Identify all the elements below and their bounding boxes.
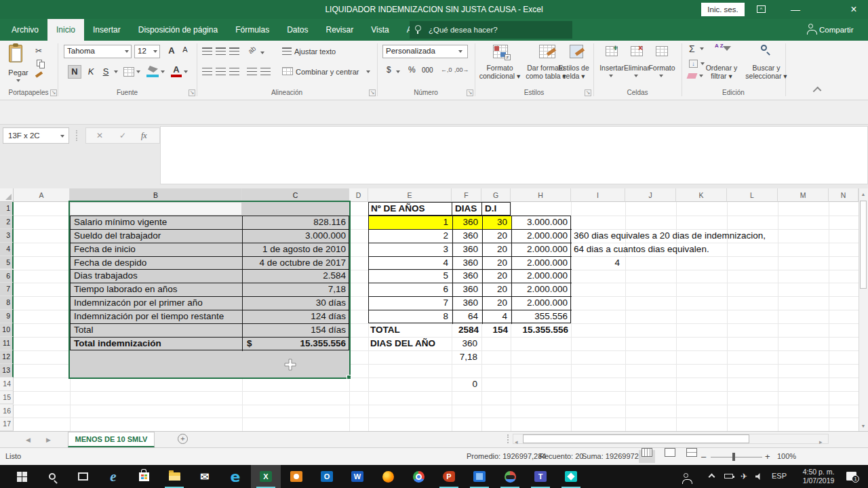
excel-icon: X bbox=[260, 471, 272, 482]
file-explorer-icon bbox=[169, 472, 180, 481]
screen-recorder-icon bbox=[505, 471, 516, 483]
taskbar-teams-button[interactable]: T bbox=[526, 465, 555, 488]
taskbar-mail-button[interactable]: ✉ bbox=[190, 465, 220, 488]
airplane-mode-icon[interactable]: ✈ bbox=[741, 472, 747, 481]
clock-date: 1/07/2019 bbox=[795, 476, 842, 485]
internet-explorer-icon: e bbox=[110, 468, 116, 485]
word-icon: W bbox=[351, 471, 363, 482]
taskbar-media-app-button[interactable] bbox=[281, 465, 311, 488]
taskbar-firefox-button[interactable] bbox=[373, 465, 403, 488]
taskbar-excel-button[interactable]: X bbox=[251, 465, 281, 488]
taskbar-edge-button[interactable]: e bbox=[220, 465, 250, 488]
clock[interactable]: 4:50 p. m. 1/07/2019 bbox=[795, 468, 842, 485]
notification-center-icon[interactable]: 1 bbox=[846, 472, 856, 481]
edge-icon: e bbox=[231, 468, 241, 485]
taskbar-task-view-button[interactable] bbox=[68, 465, 98, 488]
firefox-icon bbox=[382, 471, 394, 483]
clock-time: 4:50 p. m. bbox=[795, 468, 842, 476]
taskbar-filmora-button[interactable] bbox=[556, 465, 586, 488]
taskbar-word-button[interactable]: W bbox=[342, 465, 372, 488]
mail-icon: ✉ bbox=[200, 470, 209, 483]
taskbar-photos-button[interactable] bbox=[465, 465, 494, 488]
taskbar-store-button[interactable] bbox=[129, 465, 159, 488]
taskbar-search-button[interactable] bbox=[37, 465, 67, 488]
teams-icon: T bbox=[534, 471, 547, 482]
taskbar-start-button[interactable] bbox=[7, 465, 37, 488]
outlook-icon: O bbox=[321, 471, 333, 482]
start-icon bbox=[17, 472, 27, 482]
media-app-icon bbox=[290, 471, 302, 482]
taskbar-outlook-button[interactable]: O bbox=[312, 465, 342, 488]
taskbar-screen-recorder-button[interactable] bbox=[495, 465, 525, 488]
battery-icon[interactable] bbox=[724, 474, 733, 479]
photos-icon bbox=[473, 471, 486, 482]
taskbar-chrome-button[interactable] bbox=[403, 465, 433, 488]
task-view-icon bbox=[78, 472, 88, 481]
search-icon bbox=[49, 473, 56, 480]
taskbar-file-explorer-button[interactable] bbox=[159, 465, 189, 488]
filmora-icon bbox=[565, 471, 577, 482]
powerpoint-icon: P bbox=[443, 471, 455, 482]
language-indicator[interactable]: ESP bbox=[772, 472, 787, 480]
chrome-icon bbox=[413, 471, 425, 483]
taskbar-powerpoint-button[interactable]: P bbox=[434, 465, 464, 488]
store-icon bbox=[139, 472, 149, 481]
notification-badge: 1 bbox=[852, 475, 859, 483]
taskbar-internet-explorer-button[interactable]: e bbox=[98, 465, 128, 488]
excel-window: LIQUIDADOR INDEMNIZACION SIN JUSTA CAUSA… bbox=[0, 0, 868, 488]
